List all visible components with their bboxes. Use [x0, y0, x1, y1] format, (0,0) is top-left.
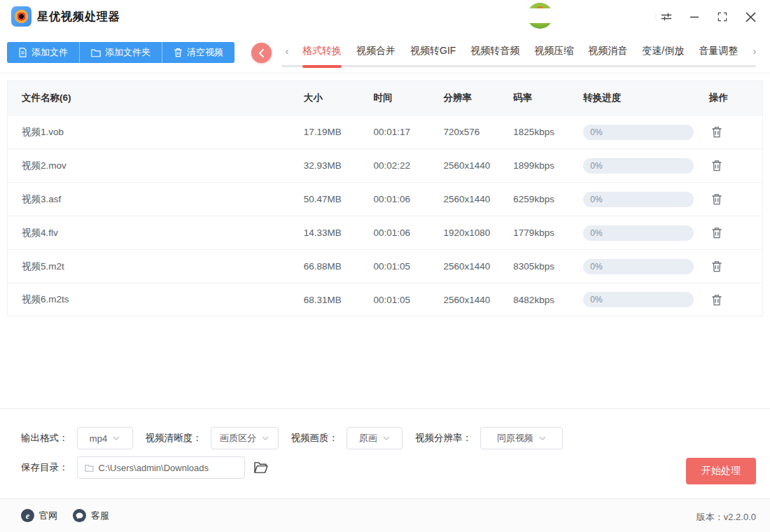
delete-row-button[interactable] — [709, 292, 724, 307]
cell-bitrate: 8482kbps — [513, 295, 583, 305]
header-resolution: 分辨率 — [443, 92, 513, 104]
table-row: 视频2.mov 32.93MB 00:02:22 2560x1440 1899k… — [8, 148, 762, 182]
support-label: 客服 — [91, 510, 109, 522]
tab-volume-adjust[interactable]: 音量调整 — [699, 45, 738, 57]
add-folder-button[interactable]: 添加文件夹 — [79, 42, 162, 63]
progress-value: 0% — [583, 161, 602, 171]
progress-value: 0% — [583, 295, 602, 304]
header-progress: 转换进度 — [583, 92, 709, 104]
cell-duration: 00:01:17 — [374, 127, 444, 137]
cell-size: 17.19MB — [304, 127, 374, 137]
cell-size: 50.47MB — [304, 194, 374, 204]
app-logo-icon — [11, 6, 31, 27]
cell-resolution: 720x576 — [443, 127, 513, 137]
account-info-redacted — [526, 8, 655, 23]
delete-row-button[interactable] — [709, 125, 724, 140]
browser-e-icon: e — [21, 509, 34, 522]
add-file-label: 添加文件 — [31, 46, 68, 59]
tab-format-convert[interactable]: 格式转换 — [302, 45, 342, 57]
table-header: 文件名称(6) 大小 时间 分辨率 码率 转换进度 操作 — [8, 81, 762, 115]
output-format-value: mp4 — [90, 433, 107, 444]
official-website-link[interactable]: e 官网 — [21, 509, 57, 522]
cell-bitrate: 6259kbps — [513, 194, 583, 204]
folder-open-icon — [253, 461, 268, 474]
clear-videos-label: 清空视频 — [187, 46, 223, 59]
file-icon — [18, 48, 27, 57]
settings-row-1: 输出格式： mp4 视频清晰度： 画质区分 视频画质： 原画 视频分辨率： 同原… — [21, 427, 563, 449]
table-row: 视频3.asf 50.47MB 00:01:06 2560x1440 6259k… — [8, 182, 762, 216]
customer-service-link[interactable]: 客服 — [73, 509, 109, 522]
cell-bitrate: 1779kbps — [513, 227, 583, 238]
tabs-scroll-left-icon[interactable]: ‹ — [281, 45, 293, 57]
camera-lens-icon — [11, 6, 31, 27]
clarity-select[interactable]: 画质区分 — [211, 427, 279, 449]
tab-video-to-audio[interactable]: 视频转音频 — [470, 45, 519, 57]
close-button[interactable] — [741, 7, 760, 27]
maximize-button[interactable] — [713, 7, 732, 27]
progress-bar: 0% — [583, 192, 694, 207]
cell-bitrate: 1899kbps — [513, 160, 583, 171]
cell-progress: 0% — [583, 225, 709, 241]
progress-value: 0% — [583, 262, 602, 272]
file-table: 文件名称(6) 大小 时间 分辨率 码率 转换进度 操作 视频1.vob 17.… — [7, 80, 763, 316]
quality-value: 原画 — [359, 432, 377, 444]
settings-panel: 输出格式： mp4 视频清晰度： 画质区分 视频画质： 原画 视频分辨率： 同原… — [0, 408, 770, 498]
settings-sliders-icon[interactable] — [657, 7, 676, 27]
tab-video-merge[interactable]: 视频合并 — [356, 45, 396, 57]
cell-filename: 视频3.asf — [8, 193, 304, 206]
chat-bubble-icon — [73, 509, 86, 522]
folder-icon — [91, 48, 101, 57]
header-actions: 操作 — [709, 92, 762, 104]
tabs-scroll-right-icon[interactable]: › — [749, 45, 760, 57]
clarity-value: 画质区分 — [220, 432, 256, 444]
resolution-value: 同原视频 — [497, 432, 533, 444]
delete-row-button[interactable] — [709, 225, 724, 241]
app-title: 星优视频处理器 — [37, 10, 120, 24]
start-processing-button[interactable]: 开始处理 — [686, 458, 756, 484]
chevron-down-icon — [113, 436, 120, 440]
delete-row-button[interactable] — [709, 158, 724, 174]
output-format-select[interactable]: mp4 — [77, 427, 133, 449]
save-dir-label: 保存目录： — [21, 461, 69, 474]
cell-bitrate: 1825kbps — [513, 127, 583, 137]
progress-bar: 0% — [583, 292, 694, 307]
tab-video-compress[interactable]: 视频压缩 — [534, 45, 573, 57]
add-file-button[interactable]: 添加文件 — [7, 42, 79, 63]
file-actions-group: 添加文件 添加文件夹 清空视频 — [7, 42, 234, 63]
add-folder-label: 添加文件夹 — [105, 46, 150, 59]
table-row: 视频4.flv 14.33MB 00:01:06 1920x1080 1779k… — [8, 216, 762, 249]
active-tab-underline — [302, 65, 342, 68]
cell-size: 68.31MB — [304, 295, 374, 305]
tab-list: 格式转换 视频合并 视频转GIF 视频转音频 视频压缩 视频消音 变速/倒放 音… — [302, 45, 738, 57]
tab-video-to-gif[interactable]: 视频转GIF — [410, 45, 456, 57]
titlebar: 星优视频处理器 — [0, 0, 770, 34]
header-size: 大小 — [304, 92, 374, 104]
delete-row-button[interactable] — [709, 192, 724, 207]
tab-speed-reverse[interactable]: 变速/倒放 — [642, 45, 684, 57]
cell-size: 32.93MB — [304, 160, 374, 171]
minimize-button[interactable] — [685, 7, 704, 27]
collapse-back-button[interactable] — [251, 43, 272, 63]
clear-videos-button[interactable]: 清空视频 — [162, 42, 234, 63]
toolbar-row: 添加文件 添加文件夹 清空视频 ‹ 格式转换 视频合并 视频转 — [0, 34, 770, 74]
save-dir-input[interactable]: C:\Users\admin\Downloads — [77, 456, 245, 479]
resolution-select[interactable]: 同原视频 — [480, 427, 563, 449]
progress-value: 0% — [583, 228, 602, 238]
delete-row-button[interactable] — [709, 259, 724, 274]
cell-resolution: 2560x1440 — [443, 261, 513, 272]
resolution-label: 视频分辨率： — [415, 432, 472, 444]
browse-folder-button[interactable] — [253, 459, 270, 476]
cell-filename: 视频5.m2t — [8, 260, 304, 273]
cell-filename: 视频4.flv — [8, 227, 304, 239]
cell-progress: 0% — [583, 192, 709, 207]
cell-resolution: 2560x1440 — [443, 194, 513, 204]
cell-bitrate: 8305kbps — [513, 261, 583, 272]
cell-filename: 视频1.vob — [8, 126, 304, 139]
quality-select[interactable]: 原画 — [346, 427, 402, 449]
cell-duration: 00:01:06 — [374, 194, 444, 204]
cell-resolution: 2560x1440 — [443, 295, 513, 305]
header-filename: 文件名称(6) — [8, 92, 304, 104]
settings-row-2: 保存目录： C:\Users\admin\Downloads — [21, 456, 270, 479]
header-duration: 时间 — [374, 92, 444, 104]
tab-video-mute[interactable]: 视频消音 — [588, 45, 627, 57]
